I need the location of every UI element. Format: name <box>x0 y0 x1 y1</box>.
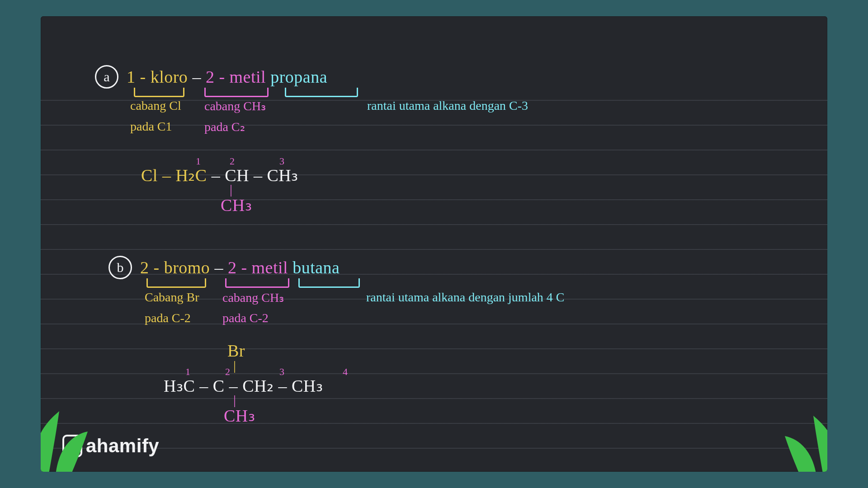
title-metil-b: 2 - metil <box>228 258 288 277</box>
frag-ch3-end: CH₃ <box>267 166 298 185</box>
leaf-decoration-right <box>769 390 827 472</box>
title-kloro: 1 - kloro <box>127 67 188 86</box>
bracket-butana <box>298 278 360 288</box>
frag-b-c2: C <box>213 376 225 395</box>
bracket-metil <box>204 88 269 97</box>
blackboard: a 1 - kloro – 2 - metil propana c <box>41 16 827 472</box>
frag-ch-mid: – CH – <box>212 166 263 185</box>
title-butana: butana <box>292 258 340 277</box>
section-b-title: 2 - bromo – 2 - metil butana <box>140 258 340 277</box>
label-cabang-ch3: cabang CH₃ <box>204 99 266 113</box>
structure-b-main: H₃C – C – CH₂ – CH₃ <box>164 376 323 396</box>
structure-a-main: Cl – H₂C – CH – CH₃ <box>141 165 298 185</box>
title-propana: propana <box>270 67 327 86</box>
label-pada-c2-br: pada C-2 <box>145 311 191 325</box>
frag-b-c3: – CH₂ – <box>229 376 287 395</box>
branch-b-ch3: CH₃ <box>224 406 255 426</box>
section-b-badge: b <box>108 256 132 279</box>
num-b-4: 4 <box>343 366 348 378</box>
frag-cl: Cl – H₂C <box>141 166 207 185</box>
title-metil: 2 - metil <box>206 67 266 86</box>
bracket-kloro <box>134 88 184 97</box>
label-rantai-a: rantai utama alkana dengan C-3 <box>367 99 528 113</box>
bond-b-top: | <box>233 358 236 373</box>
label-cabang-cl: cabang Cl <box>130 99 181 113</box>
bracket-metil-b <box>225 278 289 288</box>
bond-a-vert: | <box>230 182 233 197</box>
branch-a-ch3: CH₃ <box>221 195 252 215</box>
label-cabang-ch3-b: cabang CH₃ <box>222 290 284 305</box>
leaf-decoration-left <box>41 386 104 472</box>
bracket-bromo <box>146 278 206 288</box>
title-bromo: 2 - bromo <box>140 258 210 277</box>
label-pada-c1: pada C1 <box>130 119 172 134</box>
label-rantai-b: rantai utama alkana dengan jumlah 4 C <box>366 290 565 305</box>
frag-b-c1: H₃C – <box>164 376 208 395</box>
label-cabang-br: Cabang Br <box>145 290 199 305</box>
bracket-propana <box>285 88 358 97</box>
label-pada-c2-ch3: pada C-2 <box>222 311 269 325</box>
frag-b-c4: CH₃ <box>292 376 323 395</box>
section-a-title: 1 - kloro – 2 - metil propana <box>127 67 327 87</box>
section-a-badge: a <box>95 65 118 89</box>
bond-b-bottom: | <box>233 392 236 408</box>
label-pada-c2: pada C₂ <box>204 119 245 134</box>
